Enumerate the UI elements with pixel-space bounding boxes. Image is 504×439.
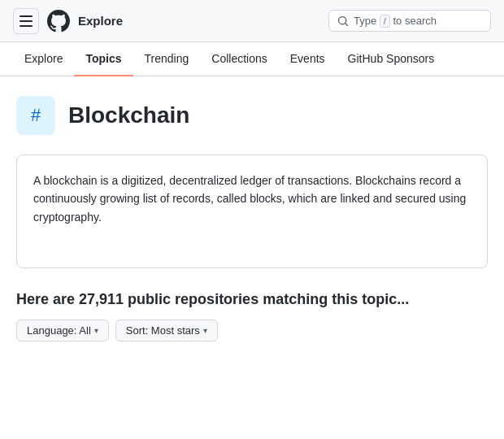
- language-filter-button[interactable]: Language: All ▾: [16, 319, 109, 341]
- description-text: A blockchain is a digitized, decentraliz…: [33, 172, 471, 226]
- sort-filter-label: Sort: Most stars: [126, 324, 200, 337]
- header-title: Explore: [78, 14, 123, 28]
- description-box: A blockchain is a digitized, decentraliz…: [16, 154, 488, 268]
- topic-icon: #: [16, 96, 55, 135]
- menu-button[interactable]: [13, 8, 39, 34]
- hamburger-icon: [20, 15, 33, 27]
- search-icon: [337, 15, 349, 27]
- language-filter-label: Language: All: [27, 324, 91, 337]
- filter-row: Language: All ▾ Sort: Most stars ▾: [16, 319, 488, 341]
- header: Explore Type / to search: [0, 0, 504, 42]
- sort-filter-button[interactable]: Sort: Most stars ▾: [115, 319, 218, 341]
- tab-topics[interactable]: Topics: [74, 42, 133, 76]
- repos-count: Here are 27,911 public repositories matc…: [16, 291, 488, 308]
- tab-explore[interactable]: Explore: [13, 42, 74, 76]
- topic-header: # Blockchain: [16, 96, 488, 135]
- search-text: Type / to search: [354, 15, 437, 27]
- nav-tabs: Explore Topics Trending Collections Even…: [0, 42, 504, 76]
- topic-title: Blockchain: [68, 102, 189, 128]
- main-content: # Blockchain A blockchain is a digitized…: [0, 76, 504, 361]
- search-key: /: [380, 15, 390, 28]
- tab-collections[interactable]: Collections: [200, 42, 278, 76]
- tab-trending[interactable]: Trending: [133, 42, 201, 76]
- sort-chevron-icon: ▾: [203, 326, 207, 335]
- tab-github-sponsors[interactable]: GitHub Sponsors: [337, 42, 446, 76]
- language-chevron-icon: ▾: [94, 326, 98, 335]
- tab-events[interactable]: Events: [279, 42, 337, 76]
- github-logo[interactable]: [47, 10, 70, 33]
- search-box[interactable]: Type / to search: [328, 10, 491, 32]
